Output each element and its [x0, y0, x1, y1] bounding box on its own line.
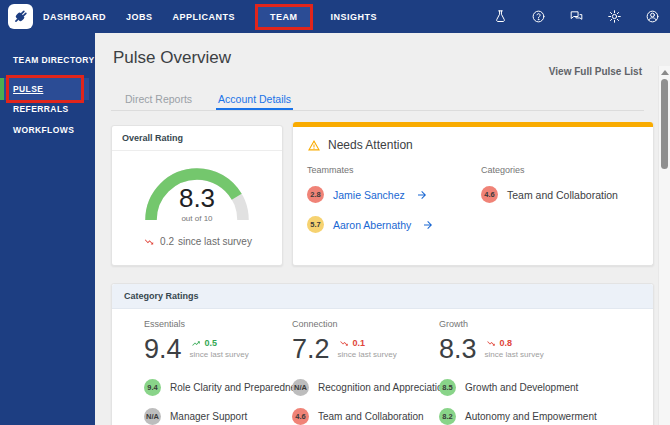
category-row: 4.6 Team and Collaboration: [481, 186, 618, 203]
overall-score: 8.3: [139, 183, 255, 214]
chat-icon[interactable]: [568, 9, 584, 25]
arrow-forward-icon[interactable]: [416, 189, 428, 201]
category-column-connection: Connection 7.2 0.1 since last survey N/A: [292, 319, 439, 425]
column-score: 8.3: [439, 334, 477, 364]
sidebar: TEAM DIRECTORY PULSE REFERRALS WORKFLOWS: [0, 33, 95, 425]
category-item: 9.4 Role Clarity and Preparedness: [144, 379, 292, 396]
trending-down-icon: [485, 339, 497, 348]
attention-teammates-column: Teammates 2.8 Jamie Sanchez 5.7 Aaron Ab…: [307, 165, 481, 246]
column-score: 9.4: [144, 334, 182, 364]
primary-nav: DASHBOARD JOBS APPLICANTS TEAM INSIGHTS: [43, 4, 397, 30]
trending-down-icon: [338, 339, 350, 348]
score-badge: 8.5: [439, 379, 456, 396]
tab-account-details[interactable]: Account Details: [216, 89, 293, 110]
account-icon[interactable]: [644, 9, 660, 25]
category-ratings-title: Category Ratings: [112, 284, 653, 309]
category-item-label: Autonomy and Empowerment: [465, 411, 597, 422]
column-label: Growth: [439, 319, 653, 329]
tab-direct-reports[interactable]: Direct Reports: [123, 89, 194, 110]
since-label: since last survey: [190, 350, 249, 359]
teammate-link-jamie-sanchez[interactable]: Jamie Sanchez: [333, 189, 405, 201]
column-label: Connection: [292, 319, 439, 329]
lab-flask-icon[interactable]: [492, 9, 508, 25]
score-badge: 2.8: [307, 186, 324, 203]
arrow-forward-icon[interactable]: [422, 219, 434, 231]
category-item: N/A Manager Support: [144, 408, 292, 425]
sidebar-item-workflows[interactable]: WORKFLOWS: [13, 125, 74, 135]
nav-item-dashboard[interactable]: DASHBOARD: [43, 12, 106, 22]
warning-icon: [307, 139, 321, 152]
category-item-label: Growth and Development: [465, 382, 578, 393]
category-item-label: Team and Collaboration: [318, 411, 424, 422]
column-delta: 0.8: [500, 338, 513, 348]
needs-attention-title: Needs Attention: [328, 138, 413, 152]
sidebar-item-team-directory[interactable]: TEAM DIRECTORY: [13, 55, 95, 65]
since-label: since last survey: [485, 350, 544, 359]
scroll-up-arrow-icon[interactable]: [661, 70, 669, 75]
pulse-tabs: Direct Reports Account Details: [111, 89, 644, 111]
category-ratings-card: Category Ratings Essentials 9.4 0.5 sinc…: [111, 283, 654, 425]
score-badge: N/A: [292, 379, 309, 396]
nav-item-insights[interactable]: INSIGHTS: [331, 12, 378, 22]
sidebar-item-pulse-label: PULSE: [13, 84, 43, 94]
sidebar-item-referrals[interactable]: REFERRALS: [13, 104, 69, 114]
trending-up-icon: [190, 339, 202, 348]
category-column-essentials: Essentials 9.4 0.5 since last survey 9.4: [144, 319, 292, 425]
score-badge: 4.6: [481, 186, 498, 203]
overall-delta-row: 0.2 since last survey: [112, 236, 282, 247]
trending-down-icon: [142, 237, 156, 247]
sidebar-item-pulse[interactable]: PULSE: [0, 78, 89, 100]
teammate-row: 5.7 Aaron Abernathy: [307, 216, 481, 233]
column-score: 7.2: [292, 334, 330, 364]
categories-label: Categories: [481, 165, 618, 175]
category-name: Team and Collaboration: [507, 189, 618, 201]
settings-gear-icon[interactable]: [606, 9, 622, 25]
category-item-label: Recognition and Appreciation: [318, 382, 448, 393]
category-item: N/A Recognition and Appreciation: [292, 379, 439, 396]
column-delta: 0.1: [353, 338, 366, 348]
nav-item-team[interactable]: TEAM: [255, 4, 313, 30]
overall-delta-value: 0.2: [160, 236, 174, 247]
category-item: 4.6 Team and Collaboration: [292, 408, 439, 425]
main-content: Pulse Overview View Full Pulse List Dire…: [95, 33, 670, 425]
plug-icon: [10, 6, 31, 27]
score-badge: N/A: [144, 408, 161, 425]
overall-rating-title: Overall Rating: [112, 126, 282, 151]
overall-score-outof: out of 10: [139, 214, 255, 223]
teammate-row: 2.8 Jamie Sanchez: [307, 186, 481, 203]
nav-utility-icons: [492, 9, 660, 25]
page-title: Pulse Overview: [113, 48, 231, 68]
nav-item-jobs[interactable]: JOBS: [126, 12, 153, 22]
since-label: since last survey: [338, 350, 397, 359]
top-nav-bar: DASHBOARD JOBS APPLICANTS TEAM INSIGHTS: [0, 0, 670, 33]
category-item: 8.5 Growth and Development: [439, 379, 653, 396]
teammates-label: Teammates: [307, 165, 481, 175]
score-badge: 8.2: [439, 408, 456, 425]
column-delta: 0.5: [205, 338, 218, 348]
jazzhr-logo[interactable]: [8, 4, 33, 29]
category-column-growth: Growth 8.3 0.8 since last survey 8.5 Gr: [439, 319, 653, 425]
category-item-label: Role Clarity and Preparedness: [170, 382, 306, 393]
nav-item-applicants[interactable]: APPLICANTS: [173, 12, 236, 22]
scrollbar-thumb[interactable]: [661, 79, 668, 169]
score-badge: 9.4: [144, 379, 161, 396]
view-full-pulse-list-link[interactable]: View Full Pulse List: [549, 66, 642, 77]
score-badge: 4.6: [292, 408, 309, 425]
teammate-link-aaron-abernathy[interactable]: Aaron Abernathy: [333, 219, 411, 231]
vertical-scrollbar[interactable]: [658, 66, 670, 425]
needs-attention-card: Needs Attention Teammates 2.8 Jamie Sanc…: [292, 122, 654, 266]
column-label: Essentials: [144, 319, 292, 329]
annotation-box-team: TEAM: [255, 4, 313, 30]
overall-rating-card: Overall Rating 8.3 out of 10 0.2 since l…: [111, 125, 283, 266]
category-item-label: Manager Support: [170, 411, 247, 422]
overall-delta-since: since last survey: [178, 236, 252, 247]
score-badge: 5.7: [307, 216, 324, 233]
overall-rating-gauge: 8.3 out of 10: [139, 161, 255, 225]
help-icon[interactable]: [530, 9, 546, 25]
category-item: 8.2 Autonomy and Empowerment: [439, 408, 653, 425]
attention-categories-column: Categories 4.6 Team and Collaboration: [481, 165, 618, 246]
